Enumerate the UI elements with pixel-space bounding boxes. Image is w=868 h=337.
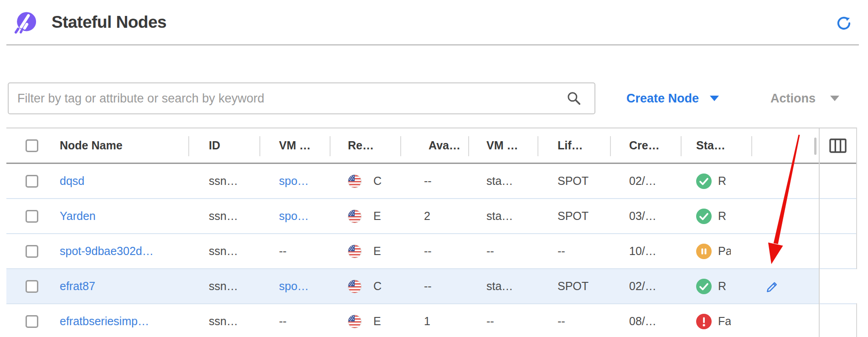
page-title: Stateful Nodes: [52, 13, 166, 32]
lifecycle: SPOT: [558, 209, 589, 223]
node-name-link[interactable]: dqsd: [60, 174, 84, 188]
lifecycle: --: [558, 315, 565, 328]
status-running-icon: [696, 279, 712, 294]
region-label: C: [373, 280, 382, 293]
create-node-button[interactable]: Create Node: [626, 82, 719, 114]
filter-input[interactable]: [8, 82, 595, 114]
status-running-icon: [696, 174, 712, 189]
created-at: 08/…: [629, 315, 656, 328]
region-label: E: [373, 209, 381, 223]
column-header-availability-zone[interactable]: Ava…: [400, 128, 468, 163]
column-header-lifecycle[interactable]: Lif…: [537, 128, 610, 163]
actions-button[interactable]: Actions: [770, 82, 839, 114]
vm-config: sta…: [486, 280, 513, 293]
lifecycle: SPOT: [558, 280, 589, 293]
node-id: ssn…: [209, 209, 238, 223]
vm-config: --: [486, 245, 494, 258]
row-actions-cell: [751, 269, 819, 303]
row-checkbox[interactable]: [26, 315, 38, 328]
vm-link[interactable]: spo…: [279, 280, 309, 293]
status-label: R: [718, 209, 731, 223]
refresh-icon[interactable]: [836, 15, 852, 31]
edit-pencil-icon[interactable]: [765, 279, 780, 294]
row-actions-cell: [751, 304, 819, 337]
create-node-label: Create Node: [626, 92, 699, 106]
region-label: E: [373, 315, 381, 328]
status-label: Pa: [718, 245, 731, 258]
vm-link[interactable]: spo…: [279, 174, 309, 188]
row-checkbox[interactable]: [26, 245, 38, 258]
vm-config: sta…: [486, 209, 513, 223]
created-at: 03/…: [629, 209, 656, 223]
row-checkbox[interactable]: [26, 175, 38, 188]
table-column-separator: [819, 128, 820, 337]
node-id: ssn…: [209, 280, 238, 293]
columns-icon[interactable]: [829, 138, 847, 153]
vm-value: --: [279, 245, 287, 258]
column-header-status[interactable]: Sta…: [681, 128, 751, 163]
availability-zone: --: [424, 280, 432, 293]
chevron-down-icon: [710, 96, 719, 101]
table-row[interactable]: dqsd ssn… spo… C -- sta… SPOT 02/… R: [6, 164, 856, 199]
us-flag-icon: [348, 315, 362, 328]
status-paused-icon: [696, 244, 712, 259]
columns-picker-cell: [819, 128, 857, 163]
us-flag-icon: [348, 245, 362, 258]
row-actions-cell: [751, 199, 819, 233]
availability-zone: --: [424, 174, 432, 188]
availability-zone: --: [424, 245, 432, 258]
column-header-created[interactable]: Cre…: [610, 128, 681, 163]
chevron-down-icon: [830, 96, 839, 101]
status-label: R: [718, 174, 731, 188]
node-id: ssn…: [209, 315, 238, 328]
header-divider: [6, 44, 859, 46]
node-name-link[interactable]: efratbseriesimp…: [60, 315, 149, 328]
node-name-link[interactable]: spot-9dbae302d…: [60, 245, 154, 258]
column-header-vm-config[interactable]: VM …: [468, 128, 537, 163]
table-header-row: Node Name ID VM … Re… Ava… VM … Lif… Cre…: [6, 128, 856, 164]
vertical-scrollbar-thumb[interactable]: [814, 138, 816, 155]
table-row-highlighted[interactable]: efrat87 ssn… spo… C -- sta… SPOT 02/… R: [6, 269, 856, 304]
row-actions-cell: [751, 164, 819, 198]
table-row[interactable]: efratbseriesimp… ssn… -- E 1 -- -- 08/… …: [6, 304, 856, 337]
lifecycle: --: [558, 245, 565, 258]
row-checkbox[interactable]: [26, 280, 38, 293]
node-name-link[interactable]: efrat87: [60, 280, 95, 293]
availability-zone: 2: [424, 209, 430, 223]
header-checkbox-cell: [6, 128, 49, 163]
lifecycle: SPOT: [558, 174, 589, 188]
created-at: 10/…: [629, 245, 656, 258]
search-icon[interactable]: [566, 91, 582, 106]
status-running-icon: [696, 209, 712, 224]
column-header-node-name[interactable]: Node Name: [49, 128, 188, 163]
stateful-nodes-table: Node Name ID VM … Re… Ava… VM … Lif… Cre…: [6, 128, 857, 337]
vm-value: --: [279, 315, 287, 328]
row-checkbox[interactable]: [26, 210, 38, 223]
stateful-nodes-page: Stateful Nodes Create Node Actions Node …: [0, 0, 868, 337]
vm-config: --: [486, 315, 494, 328]
row-actions-cell: [751, 234, 819, 268]
actions-label: Actions: [770, 92, 816, 106]
vm-link[interactable]: spo…: [279, 209, 309, 223]
select-all-checkbox[interactable]: [26, 139, 38, 152]
status-label: R: [718, 280, 731, 293]
us-flag-icon: [348, 174, 362, 188]
created-at: 02/…: [629, 280, 656, 293]
region-label: E: [373, 245, 381, 258]
status-failed-icon: [696, 314, 712, 329]
availability-zone: 1: [424, 315, 430, 328]
column-header-row-actions: [751, 128, 819, 163]
us-flag-icon: [348, 209, 362, 223]
vm-config: sta…: [486, 174, 513, 188]
table-row[interactable]: Yarden ssn… spo… E 2 sta… SPOT 03/… R: [6, 199, 856, 234]
column-header-vm[interactable]: VM …: [259, 128, 330, 163]
column-header-id[interactable]: ID: [188, 128, 259, 163]
node-name-link[interactable]: Yarden: [60, 209, 96, 223]
table-row[interactable]: spot-9dbae302d… ssn… -- E -- -- -- 10/… …: [6, 234, 856, 269]
region-label: C: [373, 174, 382, 188]
node-id: ssn…: [209, 174, 238, 188]
column-header-region[interactable]: Re…: [330, 128, 400, 163]
us-flag-icon: [348, 280, 362, 293]
spot-logo-icon: [13, 11, 36, 35]
status-label: Fa: [718, 315, 731, 328]
